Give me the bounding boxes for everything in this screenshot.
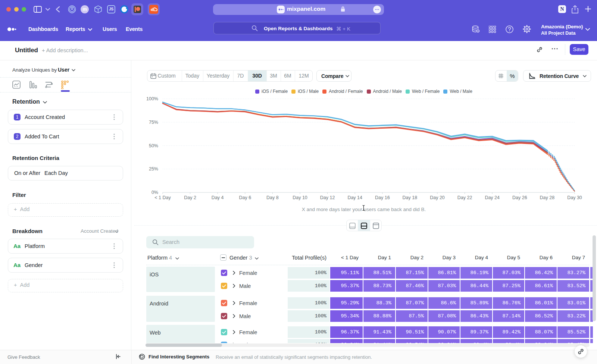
svg-text:Day 14: Day 14: [347, 195, 362, 200]
svg-text:Day 22: Day 22: [457, 195, 472, 200]
svg-text:Day 26: Day 26: [512, 195, 527, 200]
svg-text:Day 18: Day 18: [403, 195, 418, 200]
svg-text:Day 24: Day 24: [485, 195, 500, 200]
svg-text:Day 4: Day 4: [212, 195, 224, 200]
svg-text:75%: 75%: [149, 120, 158, 125]
svg-text:Day 16: Day 16: [375, 195, 390, 200]
svg-text:50%: 50%: [149, 143, 158, 148]
svg-text:Day 2: Day 2: [184, 195, 196, 200]
svg-text:25%: 25%: [149, 166, 158, 172]
svg-text:100%: 100%: [146, 96, 158, 101]
svg-text:Day 10: Day 10: [293, 195, 307, 200]
svg-text:< 1 Day: < 1 Day: [154, 195, 171, 200]
svg-text:Day 30: Day 30: [567, 195, 582, 200]
svg-text:Day 6: Day 6: [239, 195, 251, 200]
svg-text:0%: 0%: [151, 190, 158, 195]
svg-text:Day 20: Day 20: [430, 195, 445, 200]
svg-text:Day 12: Day 12: [320, 195, 335, 200]
svg-text:Day 28: Day 28: [540, 195, 555, 200]
svg-text:Day 8: Day 8: [266, 195, 279, 200]
